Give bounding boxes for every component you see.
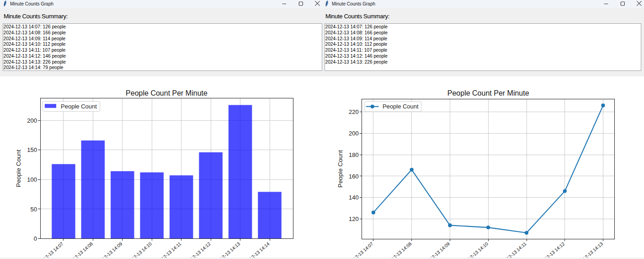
- svg-text:180: 180: [349, 151, 359, 158]
- svg-text:2024-12-13 14:09: 2024-12-13 14:09: [92, 241, 123, 258]
- svg-text:People Count: People Count: [383, 103, 419, 109]
- svg-text:2024-12-13 14:11: 2024-12-13 14:11: [496, 241, 527, 258]
- svg-text:2024-12-13 14:11: 2024-12-13 14:11: [151, 241, 182, 258]
- svg-text:100: 100: [27, 176, 37, 183]
- svg-text:2024-12-13 14:10: 2024-12-13 14:10: [458, 241, 489, 258]
- svg-text:140: 140: [349, 194, 359, 201]
- svg-text:People Count Per Minute: People Count Per Minute: [447, 89, 529, 97]
- svg-text:0: 0: [34, 235, 37, 242]
- svg-text:160: 160: [349, 173, 359, 179]
- svg-text:2024-12-13 14:10: 2024-12-13 14:10: [122, 241, 153, 258]
- svg-text:2024-12-13 14:14: 2024-12-13 14:14: [240, 241, 271, 258]
- svg-text:People Count: People Count: [61, 103, 97, 109]
- svg-text:220: 220: [349, 108, 359, 115]
- svg-text:People Count: People Count: [15, 149, 22, 187]
- svg-text:2024-12-13 14:12: 2024-12-13 14:12: [535, 241, 566, 258]
- svg-text:200: 200: [349, 130, 359, 137]
- svg-text:People Count Per Minute: People Count Per Minute: [126, 89, 208, 97]
- svg-text:2024-12-13 14:09: 2024-12-13 14:09: [420, 241, 451, 258]
- svg-text:2024-12-13 14:07: 2024-12-13 14:07: [343, 241, 374, 258]
- svg-text:2024-12-13 14:12: 2024-12-13 14:12: [181, 241, 212, 258]
- svg-text:2024-12-13 14:13: 2024-12-13 14:13: [573, 241, 604, 258]
- svg-text:2024-12-13 14:08: 2024-12-13 14:08: [382, 241, 413, 258]
- svg-text:2024-12-13 14:13: 2024-12-13 14:13: [210, 241, 241, 258]
- svg-text:200: 200: [27, 117, 37, 124]
- svg-text:2024-12-13 14:08: 2024-12-13 14:08: [63, 241, 94, 258]
- svg-text:50: 50: [31, 205, 37, 212]
- svg-text:People Count: People Count: [337, 150, 344, 187]
- svg-text:150: 150: [27, 146, 37, 153]
- svg-text:2024-12-13 14:07: 2024-12-13 14:07: [33, 241, 64, 258]
- svg-text:120: 120: [349, 216, 359, 222]
